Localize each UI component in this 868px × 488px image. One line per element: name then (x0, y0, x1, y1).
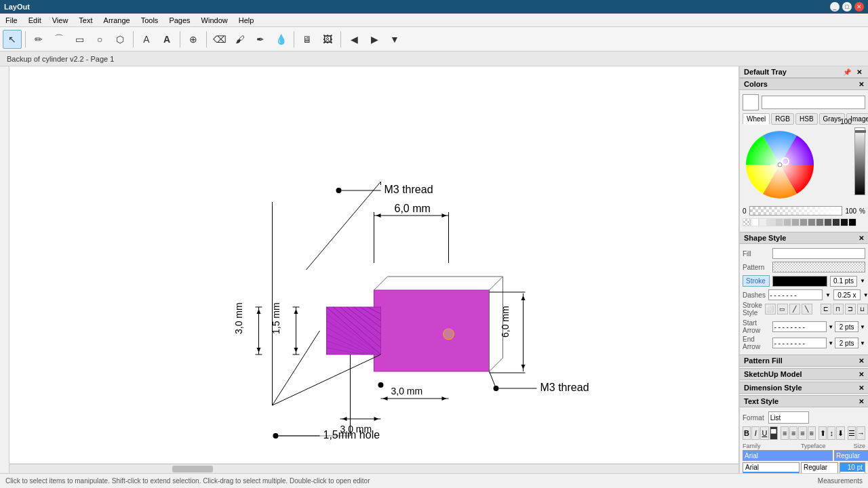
scrollbar-thumb[interactable] (172, 466, 213, 472)
arc-tool[interactable]: ⌒ (50, 30, 68, 49)
sketchup-model-close[interactable]: ✕ (859, 371, 864, 378)
valign-mid-btn[interactable]: ↕ (827, 426, 835, 440)
stroke-style-btn-4[interactable]: ╲ (802, 304, 812, 314)
dropper-tool[interactable]: 💧 (271, 30, 290, 49)
text-style-close[interactable]: ✕ (859, 398, 864, 405)
pattern-cell-2[interactable] (751, 218, 759, 226)
menu-window[interactable]: Window (196, 15, 233, 26)
bold-text-tool[interactable]: A (157, 30, 176, 49)
paint-tool[interactable]: 🖌 (231, 30, 250, 49)
pattern-cell-9[interactable] (808, 218, 816, 226)
valign-top-btn[interactable]: ⬆ (818, 426, 827, 440)
edit-path-tool[interactable]: ⊕ (184, 30, 203, 49)
font-item-arial[interactable]: Arial (743, 463, 799, 472)
menu-edit[interactable]: Edit (23, 15, 47, 26)
style-italic[interactable]: Italic (802, 472, 837, 473)
brightness-thumb[interactable] (855, 130, 866, 133)
align-justify-btn[interactable]: ≡ (808, 426, 816, 440)
left-scroll[interactable] (0, 66, 9, 473)
horizontal-scrollbar[interactable] (9, 464, 738, 473)
underline-format-btn[interactable]: U (760, 426, 768, 440)
tray-close-button[interactable]: ✕ (854, 68, 864, 76)
size-10[interactable]: 10 pt (840, 463, 865, 472)
stroke-style-btn-2[interactable]: ▭ (777, 304, 788, 314)
color-tab-rgb[interactable]: RGB (771, 113, 794, 125)
opacity-slider[interactable] (749, 206, 843, 216)
prev-page-button[interactable]: ◀ (344, 30, 363, 49)
dashes-dropdown[interactable]: ▼ (825, 292, 831, 298)
shape-style-section-header[interactable]: Shape Style ✕ (740, 232, 868, 244)
end-arrow-input[interactable] (772, 338, 827, 348)
dashes-val-dropdown[interactable]: ▼ (863, 292, 868, 298)
stroke-size-input[interactable] (830, 276, 857, 287)
eraser-tool[interactable]: ⌫ (210, 30, 229, 49)
indent-btn[interactable]: → (856, 426, 865, 440)
pattern-swatch[interactable] (772, 262, 865, 272)
format-input[interactable] (768, 411, 809, 424)
font-size-list[interactable]: 10 pt 11 pt 12 pt 14 pt 16 pt 18 pt 20 p… (840, 462, 865, 473)
maximize-button[interactable]: □ (842, 2, 852, 12)
pattern-cell-14[interactable] (848, 218, 856, 226)
align-left-btn[interactable]: ≡ (781, 426, 789, 440)
pattern-cell-11[interactable] (824, 218, 832, 226)
more-options-button[interactable]: ▼ (385, 30, 404, 49)
tray-pin-button[interactable]: 📌 (841, 68, 853, 76)
text-style-section-header[interactable]: Text Style ✕ (740, 395, 868, 407)
start-arrow-val-dropdown[interactable]: ▼ (860, 324, 865, 330)
polygon-tool[interactable]: ⬡ (111, 30, 130, 49)
end-arrow-val-dropdown[interactable]: ▼ (860, 340, 865, 346)
menu-view[interactable]: View (47, 15, 74, 26)
bold-format-btn[interactable]: B (743, 426, 751, 440)
next-page-button[interactable]: ▶ (365, 30, 384, 49)
stroke-color-swatch[interactable] (772, 276, 827, 287)
brightness-slider[interactable] (854, 127, 865, 195)
shape-style-close[interactable]: ✕ (859, 235, 864, 242)
stroke-style-btn-7[interactable]: ⊐ (845, 304, 856, 314)
style-regular[interactable]: Regular (802, 463, 837, 472)
stroke-style-btn-8[interactable]: ⊔ (857, 304, 868, 314)
color-hex-input[interactable] (762, 96, 865, 109)
colors-section-header[interactable]: Colors ✕ (740, 78, 868, 90)
pattern-cell-10[interactable] (816, 218, 824, 226)
stroke-style-btn-3[interactable]: ╱ (789, 304, 800, 314)
pattern-cell-5[interactable] (775, 218, 783, 226)
color-tab-hsb[interactable]: HSB (795, 113, 818, 125)
color-swatch[interactable] (743, 94, 759, 110)
end-arrow-dropdown[interactable]: ▼ (828, 340, 833, 346)
menu-pages[interactable]: Pages (163, 15, 195, 26)
stroke-style-btn-6[interactable]: ⊓ (833, 304, 844, 314)
list-btn[interactable]: ☰ (848, 426, 856, 440)
font-family-input[interactable] (743, 450, 833, 461)
pencil-tool[interactable]: ✏ (29, 30, 48, 49)
shape-tool[interactable]: ▭ (70, 30, 89, 49)
dashes-pattern-input[interactable] (768, 289, 823, 300)
menu-text[interactable]: Text (73, 15, 98, 26)
font-item-arial-black[interactable]: Arial Black (743, 472, 799, 473)
pattern-cell-4[interactable] (767, 218, 775, 226)
pattern-fill-close[interactable]: ✕ (859, 357, 864, 365)
font-style-input[interactable] (834, 450, 868, 461)
pattern-cell-8[interactable] (800, 218, 808, 226)
end-arrow-value[interactable] (835, 338, 859, 348)
font-style-list[interactable]: Regular Italic Bold Bold Italic (801, 462, 838, 473)
close-button[interactable]: ✕ (854, 2, 864, 12)
pattern-cell-3[interactable] (759, 218, 767, 226)
menu-file[interactable]: File (0, 15, 23, 26)
select-tool[interactable]: ↖ (3, 30, 22, 49)
sketchup-model-section-header[interactable]: SketchUp Model ✕ (740, 368, 868, 380)
stroke-size-dropdown[interactable]: ▼ (860, 278, 865, 284)
circle-tool[interactable]: ○ (90, 30, 109, 49)
stroke-style-btn-5[interactable]: ⊏ (821, 304, 831, 314)
insert-image-tool[interactable]: 🖼 (318, 30, 337, 49)
pattern-cell-13[interactable] (840, 218, 848, 226)
menu-arrange[interactable]: Arrange (98, 15, 136, 26)
pattern-fill-section-header[interactable]: Pattern Fill ✕ (740, 354, 868, 367)
start-arrow-dropdown[interactable]: ▼ (828, 324, 833, 330)
align-right-btn[interactable]: ≡ (798, 426, 806, 440)
fill-swatch[interactable] (772, 248, 865, 259)
align-center-btn[interactable]: ≡ (789, 426, 797, 440)
italic-format-btn[interactable]: I (751, 426, 760, 440)
fill-color-btn[interactable]: ▀ (770, 426, 778, 440)
spray-tool[interactable]: ✒ (251, 30, 270, 49)
pattern-cell-7[interactable] (791, 218, 800, 226)
